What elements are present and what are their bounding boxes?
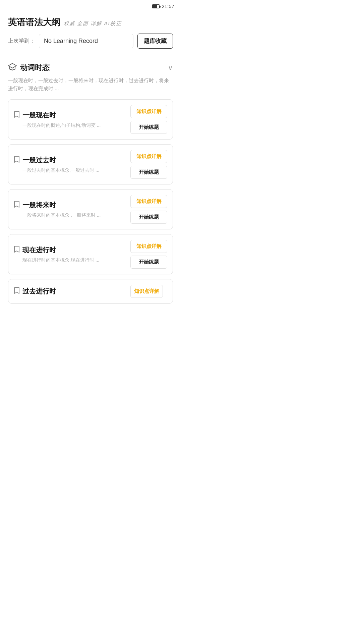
bookmark-icon-3 — [14, 201, 20, 210]
card-4: 现在进行时 现在进行时的基本概念,现在进行时 ... 知识点详解 开始练题 — [8, 234, 173, 274]
graduation-icon — [8, 62, 17, 73]
card-4-title: 现在进行时 — [22, 246, 56, 255]
card-1-detail-button[interactable]: 知识点详解 — [130, 105, 167, 118]
time-display: 21:57 — [162, 3, 174, 9]
bookmark-icon-2 — [14, 156, 20, 165]
card-4-desc: 现在进行时的基本概念,现在进行时 ... — [14, 257, 126, 263]
card-3-detail-button[interactable]: 知识点详解 — [130, 195, 167, 208]
cards-list: 一般现在时 一般现在时的概述,句子结构,动词变 ... 知识点详解 开始练题 一… — [0, 99, 181, 274]
partial-card-5-left: 过去进行时 — [14, 287, 130, 296]
partial-card-5: 过去进行时 知识点详解 — [8, 279, 173, 304]
card-2-desc: 一般过去时的基本概念,一般过去时 ... — [14, 167, 126, 173]
card-1-practice-button[interactable]: 开始练题 — [130, 121, 167, 134]
card-4-detail-button[interactable]: 知识点详解 — [130, 240, 167, 253]
card-1-actions: 知识点详解 开始练题 — [130, 105, 167, 134]
card-2-actions: 知识点详解 开始练题 — [130, 150, 167, 179]
last-study-label: 上次学到： — [8, 38, 35, 45]
card-1-title: 一般现在时 — [22, 111, 56, 120]
partial-card-5-detail-button[interactable]: 知识点详解 — [130, 285, 163, 298]
card-2-title: 一般过去时 — [22, 156, 56, 165]
card-3-left: 一般将来时 一般将来时的基本概念 ,一般将来时 ... — [14, 201, 126, 218]
card-1: 一般现在时 一般现在时的概述,句子结构,动词变 ... 知识点详解 开始练题 — [8, 99, 173, 140]
battery-icon — [152, 4, 160, 8]
chevron-down-icon[interactable]: ∨ — [168, 64, 173, 72]
card-1-desc: 一般现在时的概述,句子结构,动词变 ... — [14, 122, 126, 128]
card-4-actions: 知识点详解 开始练题 — [130, 240, 167, 269]
subtitle: 权威 全面 详解 AI校正 — [64, 20, 122, 27]
card-3-desc: 一般将来时的基本概念 ,一般将来时 ... — [14, 212, 126, 218]
card-3-title: 一般将来时 — [22, 201, 56, 210]
status-bar: 21:57 — [0, 0, 181, 11]
section-description: 一般现在时，一般过去时，一般将来时，现在进行时，过去进行时，将来进行时，现在完成… — [8, 76, 173, 93]
bookmark-icon-4 — [14, 246, 20, 255]
partial-card-5-title: 过去进行时 — [22, 287, 56, 296]
card-4-left: 现在进行时 现在进行时的基本概念,现在进行时 ... — [14, 246, 126, 263]
card-1-left: 一般现在时 一般现在时的概述,句子结构,动词变 ... — [14, 111, 126, 128]
card-2-practice-button[interactable]: 开始练题 — [130, 166, 167, 179]
collection-button[interactable]: 题库收藏 — [137, 34, 173, 49]
main-title: 英语语法大纲 — [8, 16, 60, 28]
card-3-practice-button[interactable]: 开始练题 — [130, 211, 167, 224]
partial-card-5-actions: 知识点详解 — [130, 285, 167, 298]
section-title: 动词时态 — [20, 63, 50, 73]
header: 英语语法大纲 权威 全面 详解 AI校正 上次学到： No Learning R… — [0, 11, 181, 53]
last-study-value: No Learning Record — [39, 34, 133, 48]
card-3-actions: 知识点详解 开始练题 — [130, 195, 167, 224]
card-2-detail-button[interactable]: 知识点详解 — [130, 150, 167, 163]
verb-tense-section: 动词时态 ∨ 一般现在时，一般过去时，一般将来时，现在进行时，过去进行时，将来进… — [0, 53, 181, 99]
card-3: 一般将来时 一般将来时的基本概念 ,一般将来时 ... 知识点详解 开始练题 — [8, 189, 173, 229]
card-4-practice-button[interactable]: 开始练题 — [130, 256, 167, 269]
bookmark-icon-5 — [14, 287, 20, 296]
card-2: 一般过去时 一般过去时的基本概念,一般过去时 ... 知识点详解 开始练题 — [8, 144, 173, 184]
card-2-left: 一般过去时 一般过去时的基本概念,一般过去时 ... — [14, 156, 126, 173]
bookmark-icon-1 — [14, 111, 20, 120]
